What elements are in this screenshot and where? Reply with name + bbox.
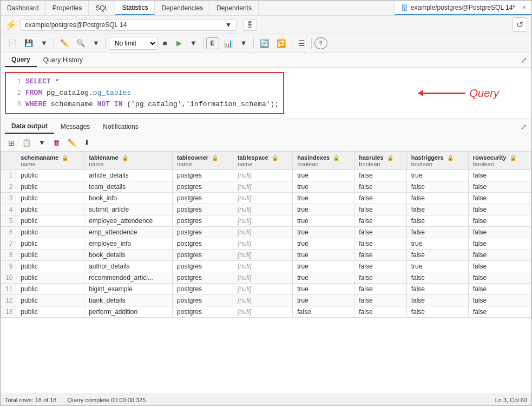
query-expand-button[interactable]: ⤢ bbox=[521, 56, 527, 64]
filter-button[interactable]: 🔍 bbox=[73, 37, 88, 49]
table-row[interactable]: 12 public bank_details postgres [null] t… bbox=[1, 295, 531, 306]
tab-dependencies[interactable]: Dependencies bbox=[155, 1, 210, 15]
save-button[interactable]: 💾 bbox=[21, 37, 36, 49]
explain-button[interactable]: E bbox=[206, 37, 219, 49]
copy-button[interactable]: 📋 bbox=[19, 136, 34, 149]
cell-hasrules: false bbox=[354, 272, 406, 284]
new-file-button[interactable]: 📄 bbox=[5, 37, 20, 49]
cell-hastriggers: false bbox=[406, 284, 468, 295]
table-row[interactable]: 1 public article_details postgres [null]… bbox=[1, 170, 531, 181]
table-row[interactable]: 2 public team_details postgres [null] tr… bbox=[1, 181, 531, 193]
cell-hastriggers: false bbox=[406, 250, 468, 261]
cell-schemaname: public bbox=[16, 295, 84, 306]
position-status: Ln 3, Col 60 bbox=[495, 397, 527, 403]
line-3-in: IN bbox=[114, 99, 123, 110]
filter-caret-button[interactable]: ▼ bbox=[89, 37, 103, 49]
separator-5 bbox=[292, 38, 292, 49]
cell-hasrules: false bbox=[354, 238, 406, 250]
explain-caret-button[interactable]: ▼ bbox=[237, 37, 251, 49]
query-editor[interactable]: 1 SELECT * 2 FROM pg_catalog.pg_tables 3… bbox=[1, 68, 531, 119]
cell-rownum: 13 bbox=[1, 306, 16, 318]
cell-schemaname: public bbox=[16, 284, 84, 295]
separator-1 bbox=[54, 38, 54, 49]
cancel-button[interactable]: ■ bbox=[159, 37, 172, 49]
connection-label: example/postgres@PostgreSQL 14 bbox=[25, 21, 127, 29]
cell-tablename: perform_addition bbox=[84, 306, 173, 318]
cell-hasindexes: true bbox=[293, 181, 354, 193]
separator-3 bbox=[203, 38, 203, 49]
query-line-1: 1 SELECT * bbox=[10, 76, 279, 88]
tab-db-connection[interactable]: 🗄 example/postgres@PostgreSQL 14* × bbox=[395, 1, 531, 15]
tab-properties[interactable]: Properties bbox=[46, 1, 89, 15]
edit-button[interactable]: ✏️ bbox=[57, 37, 72, 49]
run-button[interactable]: ▶ bbox=[173, 37, 186, 49]
cell-hasindexes: true bbox=[293, 170, 354, 181]
macros-button[interactable]: ☰ bbox=[295, 37, 308, 50]
table-row[interactable]: 7 public employee_info postgres [null] t… bbox=[1, 238, 531, 250]
cell-tablespace: [null] bbox=[233, 272, 292, 284]
line-2-table: pg_tables bbox=[93, 88, 131, 99]
cell-tableowner: postgres bbox=[173, 284, 233, 295]
th-tablespace: tablespace 🔒name bbox=[233, 152, 292, 170]
cell-hasrules: false bbox=[354, 295, 406, 306]
separator-4 bbox=[253, 38, 254, 49]
add-row-button[interactable]: ⊞ bbox=[5, 136, 18, 149]
table-row[interactable]: 6 public emp_attendence postgres [null] … bbox=[1, 227, 531, 238]
copy-caret-button[interactable]: ▼ bbox=[35, 136, 49, 149]
help-button[interactable]: ? bbox=[314, 37, 327, 49]
connection-actions: 🗄 bbox=[243, 19, 257, 31]
cell-tablename: book_details bbox=[84, 250, 173, 261]
results-expand-button[interactable]: ⤢ bbox=[521, 122, 527, 131]
separator-2 bbox=[106, 38, 106, 49]
table-row[interactable]: 4 public submit_article postgres [null] … bbox=[1, 204, 531, 215]
commit-button[interactable]: 🔄 bbox=[257, 37, 272, 50]
th-hasindexes: hasindexes 🔒boolean bbox=[293, 152, 354, 170]
download-button[interactable]: ⬇ bbox=[81, 136, 93, 149]
connection-selector[interactable]: example/postgres@PostgreSQL 14 ▼ bbox=[20, 19, 237, 31]
delete-row-button[interactable]: 🗑 bbox=[50, 136, 63, 149]
cell-hasindexes: true bbox=[293, 250, 354, 261]
tab-query-history[interactable]: Query History bbox=[37, 54, 89, 67]
filter-data-button[interactable]: ✏️ bbox=[64, 136, 80, 149]
cell-rownum: 8 bbox=[1, 250, 16, 261]
th-hasrules: hasrules 🔒boolean bbox=[354, 152, 406, 170]
tab-sql[interactable]: SQL bbox=[89, 1, 115, 15]
rollback-button[interactable]: 🔁 bbox=[273, 37, 289, 50]
cell-hasindexes: true bbox=[293, 295, 354, 306]
cell-schemaname: public bbox=[16, 250, 84, 261]
refresh-button[interactable]: ↺ bbox=[513, 17, 527, 32]
close-icon[interactable]: × bbox=[522, 4, 526, 11]
tab-messages[interactable]: Messages bbox=[54, 120, 97, 133]
cell-schemaname: public bbox=[16, 272, 84, 284]
table-row[interactable]: 8 public book_details postgres [null] tr… bbox=[1, 250, 531, 261]
tab-query[interactable]: Query bbox=[5, 53, 37, 67]
cell-tableowner: postgres bbox=[173, 306, 233, 318]
cell-hastriggers: true bbox=[406, 238, 468, 250]
tab-statistics[interactable]: Statistics bbox=[115, 1, 155, 15]
cell-tablename: employee_info bbox=[84, 238, 173, 250]
status-bar: Total rows: 18 of 18 Query complete 00:0… bbox=[1, 394, 531, 405]
limit-select[interactable]: No limit 100 rows 500 rows 1000 rows bbox=[109, 37, 157, 50]
table-row[interactable]: 11 public bigint_example postgres [null]… bbox=[1, 284, 531, 295]
table-row[interactable]: 13 public perform_addition postgres [nul… bbox=[1, 306, 531, 318]
table-body: 1 public article_details postgres [null]… bbox=[1, 170, 531, 318]
cell-schemaname: public bbox=[16, 193, 84, 204]
save-caret-button[interactable]: ▼ bbox=[37, 37, 51, 49]
table-row[interactable]: 9 public author_details postgres [null] … bbox=[1, 261, 531, 272]
table-row[interactable]: 5 public employee_attendence postgres [n… bbox=[1, 215, 531, 227]
cell-tablespace: [null] bbox=[233, 306, 292, 318]
tab-dependents[interactable]: Dependents bbox=[210, 1, 259, 15]
run-caret-button[interactable]: ▼ bbox=[187, 37, 200, 49]
tab-data-output[interactable]: Data output bbox=[5, 120, 54, 134]
explain-analyze-button[interactable]: 📊 bbox=[220, 37, 236, 50]
cell-tablename: employee_attendence bbox=[84, 215, 173, 227]
caret-icon: ▼ bbox=[225, 21, 232, 29]
connection-db-button[interactable]: 🗄 bbox=[243, 19, 257, 31]
cell-hasindexes: true bbox=[293, 272, 354, 284]
line-2-from: FROM bbox=[25, 88, 42, 99]
cell-hasrules: false bbox=[354, 250, 406, 261]
tab-notifications[interactable]: Notifications bbox=[96, 120, 145, 133]
table-row[interactable]: 10 public recommended_articl... postgres… bbox=[1, 272, 531, 284]
tab-dashboard[interactable]: Dashboard bbox=[1, 1, 46, 15]
table-row[interactable]: 3 public book_info postgres [null] true … bbox=[1, 193, 531, 204]
